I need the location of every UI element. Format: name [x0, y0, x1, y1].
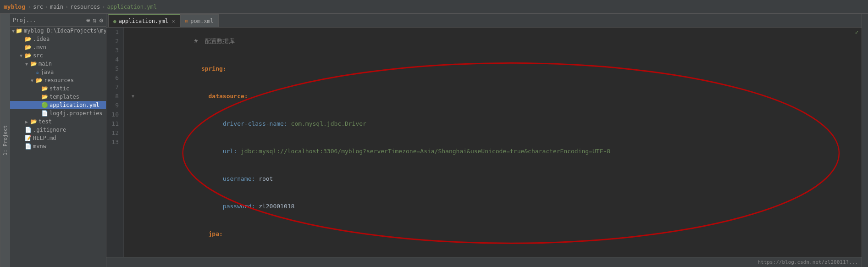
yaml-icon: 🟢 [41, 102, 48, 108]
tree-item-static[interactable]: 📂 static [10, 84, 106, 93]
tree-item-main[interactable]: ▼ 📂 main [10, 60, 106, 68]
folder-icon: 📂 [30, 61, 37, 67]
line-numbers: 1 2 3 4 5 6 7 8 9 10 11 12 13 [106, 28, 124, 257]
code-content-area: # 配置数据库 spring: ▼ [124, 28, 862, 257]
right-scrollbar-gutter [862, 14, 868, 267]
code-line-6: username: root [129, 165, 862, 193]
xml-tab-icon: m [185, 18, 188, 24]
tab-pom-xml[interactable]: m pom.xml [180, 14, 219, 27]
folder-icon: 📂 [41, 94, 48, 100]
sidebar-toolbar-label: Proj... [13, 17, 83, 23]
tree-item-help-md[interactable]: 📝 HELP.md [10, 134, 106, 142]
tree-item-java[interactable]: ☕ java [10, 68, 106, 76]
tab-close-application-yml[interactable]: ✕ [172, 18, 175, 24]
tree-item-mvn[interactable]: 📂 .mvn [10, 43, 106, 51]
tree-item-resources[interactable]: ▼ 📂 resources [10, 76, 106, 84]
code-line-2: spring: [129, 55, 862, 83]
tree-item-test[interactable]: ▶ 📂 test [10, 117, 106, 126]
project-panel-tab[interactable]: 1: Project [0, 14, 10, 267]
folder-icon: 📂 [41, 85, 48, 92]
tab-label-pom-xml: pom.xml [190, 18, 214, 24]
title-bar: myblog › src › main › resources › applic… [0, 0, 868, 14]
code-line-1: # 配置数据库 [129, 28, 862, 55]
code-line-8: jpa: [129, 220, 862, 248]
editor-content: 1 2 3 4 5 6 7 8 9 10 11 12 13 [106, 28, 862, 257]
tab-bar: ● application.yml ✕ m pom.xml [106, 14, 862, 28]
folder-icon: 📂 [25, 44, 32, 50]
folder-icon: 📂 [25, 52, 32, 59]
tree-item-mvnw[interactable]: 📄 mvnw [10, 142, 106, 150]
tree-item-application-yml[interactable]: 🟢 application.yml [10, 101, 106, 109]
editor-wrapper: ● application.yml ✕ m pom.xml 1 2 3 [106, 14, 862, 267]
tree-arrow: ▼ [12, 28, 15, 33]
tab-label-application-yml: application.yml [119, 18, 168, 24]
folder-icon: 📂 [36, 77, 43, 83]
project-sidebar: Proj... ⊕ ⇅ ⚙ ▼ 📁 myblog D:\IdeaProjects… [10, 14, 106, 267]
code-editor[interactable]: 1 2 3 4 5 6 7 8 9 10 11 12 13 [106, 28, 862, 257]
yaml-tab-icon: ● [113, 18, 116, 24]
breadcrumb: › src › main › resources › application.y… [27, 4, 157, 10]
sidebar-toolbar: Proj... ⊕ ⇅ ⚙ [10, 14, 106, 27]
title-brand: myblog [4, 3, 25, 10]
project-tab-label: 1: Project [2, 125, 8, 156]
project-icon: 📁 [16, 28, 22, 34]
file-tree: ▼ 📁 myblog D:\IdeaProjects\myblo... 📂 .i… [10, 27, 106, 150]
mvn-icon: 📄 [25, 143, 32, 150]
java-icon: ☕ [36, 69, 39, 75]
checkmark-indicator: ✓ [855, 28, 859, 36]
code-line-5: url: jdbc:mysql://localhost:3306/myblog?… [129, 138, 862, 165]
code-line-3: ▼ datasource: [129, 83, 862, 110]
tree-item-templates[interactable]: 📂 templates [10, 93, 106, 101]
tree-item-src[interactable]: ▼ 📂 src [10, 51, 106, 60]
md-icon: 📝 [25, 135, 32, 141]
tree-item-log4j[interactable]: 📄 log4j.properties [10, 109, 106, 117]
props-icon: 📄 [41, 110, 48, 117]
collapse-icon[interactable]: ⇅ [93, 17, 96, 24]
status-bar: https://blog.csdn.net/zl20011?... [106, 257, 862, 267]
tree-item-idea[interactable]: 📂 .idea [10, 35, 106, 43]
folder-icon: 📂 [25, 36, 32, 42]
tree-item-myblog[interactable]: ▼ 📁 myblog D:\IdeaProjects\myblo... [10, 27, 106, 35]
gitignore-icon: 📄 [25, 127, 32, 133]
status-text: https://blog.csdn.net/zl20011?... [757, 259, 858, 265]
folder-icon: 📂 [30, 118, 37, 125]
tab-application-yml[interactable]: ● application.yml ✕ [108, 14, 180, 27]
code-line-9: ▼ hibernate: [129, 248, 862, 257]
code-line-7: password: zl20001018 [129, 193, 862, 220]
code-line-4: driver-class-name: com.mysql.jdbc.Driver [129, 110, 862, 138]
tree-item-gitignore[interactable]: 📄 .gitignore [10, 126, 106, 134]
settings-icon[interactable]: ⚙ [100, 17, 103, 24]
add-icon[interactable]: ⊕ [86, 17, 90, 24]
